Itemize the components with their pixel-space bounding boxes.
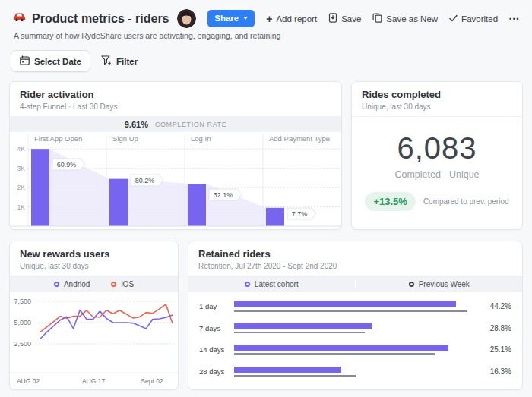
delta-caption: Compared to prev. period — [423, 197, 509, 206]
favorited-label: Favorited — [461, 14, 498, 24]
save-as-new-button[interactable]: Save as New — [372, 13, 438, 24]
retention-row: 7 days28.8% — [199, 323, 511, 334]
retention-track — [234, 323, 480, 334]
completion-rate-value: 9.61% — [125, 120, 148, 129]
conversion-rate-label: 32.1% — [214, 191, 233, 199]
legend-latest-cohort[interactable]: Latest cohort — [188, 280, 355, 288]
completion-rate-label: COMPLETION RATE — [155, 121, 226, 128]
retention-row: 14 days25.1% — [199, 345, 511, 355]
select-date-button[interactable]: Select Date — [11, 50, 90, 72]
save-label: Save — [341, 14, 361, 24]
retention-panel-subtitle: Retention, Jul 27th 2020 - Sept 2nd 2020 — [198, 262, 512, 270]
retained-riders-panel: Retained riders Retention, Jul 27th 2020… — [188, 241, 523, 390]
y-axis-tick: 3K — [17, 165, 26, 172]
share-button[interactable]: Share — [207, 10, 255, 27]
line-series-andriod[interactable] — [40, 310, 173, 339]
legend-previous-week[interactable]: Previous Week — [355, 280, 523, 288]
latest-cohort-ring-icon — [245, 282, 250, 287]
rides-completed-label: Completed - Unique — [394, 169, 479, 180]
retention-bar-latest[interactable] — [234, 301, 456, 307]
retention-track — [234, 301, 480, 312]
legend-android-label: Andriod — [64, 280, 90, 288]
legend-android[interactable]: Andriod — [54, 280, 90, 288]
page-header: Product metrics - riders Share + Add re — [9, 8, 523, 40]
retention-track — [234, 345, 480, 355]
x-axis-tick: Sept 02 — [141, 377, 163, 385]
toolbar: Share + Add report Save — [177, 9, 520, 28]
add-report-label: Add report — [276, 14, 317, 24]
funnel-bar[interactable] — [109, 179, 128, 226]
filter-label: Filter — [116, 57, 138, 66]
delta-badge: +13.5% — [365, 192, 415, 211]
retention-legend: Latest cohort Previous Week — [188, 276, 522, 292]
save-button[interactable]: Save — [328, 13, 361, 24]
previous-week-ring-icon — [409, 282, 414, 287]
legend-previous-week-label: Previous Week — [419, 280, 470, 288]
conversion-rate-label: 80.2% — [135, 177, 155, 184]
save-as-new-label: Save as New — [386, 14, 438, 24]
retention-value: 44.2% — [480, 302, 511, 310]
select-date-label: Select Date — [34, 57, 81, 66]
more-options-button[interactable]: ••• — [509, 15, 520, 23]
funnel-panel-subtitle: 4-step Funnel · Last 30 Days — [20, 102, 331, 111]
add-report-button[interactable]: + Add report — [266, 14, 317, 24]
rewards-legend: Andriod iOS — [10, 276, 178, 292]
retention-row-label: 1 day — [199, 302, 234, 310]
filter-bar: Select Date Filter — [11, 50, 521, 72]
y-axis-tick: 4K — [17, 145, 26, 153]
y-axis-tick: 7,500 — [14, 298, 31, 305]
new-rewards-users-panel: New rewards users Unique, last 30 days A… — [9, 241, 179, 390]
retention-bar-latest[interactable] — [234, 323, 372, 329]
y-axis-tick: 1K — [17, 203, 26, 211]
legend-ios[interactable]: iOS — [111, 280, 134, 288]
retention-panel-title: Retained riders — [198, 248, 512, 260]
retention-row-label: 28 days — [199, 367, 234, 376]
conversion-rate-label: 60.9% — [57, 161, 77, 169]
retention-bar-previous[interactable] — [234, 353, 435, 355]
rides-panel-subtitle: Unique, last 30 days — [362, 102, 512, 111]
share-button-label: Share — [214, 14, 239, 23]
y-axis-tick: 5,000 — [14, 319, 31, 326]
funnel-bar[interactable] — [266, 208, 284, 226]
conversion-rate-label: 7.7% — [292, 210, 308, 218]
funnel-step-label: Add Payment Type — [269, 134, 330, 143]
retention-value: 28.8% — [480, 324, 511, 332]
rewards-panel-title: New rewards users — [20, 248, 168, 260]
chevron-down-icon — [243, 17, 248, 20]
retention-row: 1 day44.2% — [199, 301, 511, 312]
retention-bar-latest[interactable] — [234, 345, 448, 351]
filter-button[interactable]: Filter — [100, 51, 139, 71]
rider-activation-panel: Rider activation 4-step Funnel · Last 30… — [9, 81, 342, 230]
rewards-line-chart[interactable]: 7,5005,0002,500AUG 02AUG 17Sept 02 — [10, 292, 178, 389]
save-icon — [328, 13, 337, 24]
retention-value: 25.1% — [480, 345, 511, 354]
retention-bar-latest[interactable] — [234, 367, 341, 373]
retention-bar-previous[interactable] — [234, 375, 356, 377]
ios-series-ring-icon — [111, 282, 116, 287]
funnel-bar[interactable] — [188, 184, 206, 226]
copy-icon — [372, 13, 382, 24]
page-subtitle: A summary of how RydeShare users are act… — [14, 31, 520, 40]
retention-row-label: 14 days — [199, 345, 234, 354]
legend-ios-label: iOS — [121, 280, 134, 288]
retention-track — [234, 367, 480, 377]
funnel-chart[interactable]: First App OpenSign UpLog InAdd Payment T… — [10, 132, 341, 229]
rewards-panel-subtitle: Unique, last 30 days — [20, 262, 168, 270]
retention-bar-previous[interactable] — [234, 332, 365, 334]
favorited-button[interactable]: Favorited — [449, 14, 498, 24]
rides-panel-title: Rides completed — [362, 89, 512, 100]
x-axis-tick: AUG 17 — [82, 377, 106, 385]
retention-bar-previous[interactable] — [234, 310, 467, 312]
x-axis-tick: AUG 02 — [17, 377, 40, 385]
car-icon — [12, 11, 27, 26]
y-axis-tick: 2,500 — [14, 340, 31, 348]
plus-icon: + — [266, 15, 272, 23]
funnel-step-label: First App Open — [34, 134, 82, 143]
funnel-bar[interactable] — [31, 149, 49, 226]
user-avatar[interactable] — [177, 9, 196, 28]
funnel-filter-icon — [101, 55, 112, 67]
retention-row-label: 7 days — [199, 324, 234, 332]
retention-chart: 1 day44.2%7 days28.8%14 days25.1%28 days… — [188, 292, 522, 377]
checkmark-icon — [449, 14, 458, 24]
android-series-ring-icon — [54, 282, 59, 287]
